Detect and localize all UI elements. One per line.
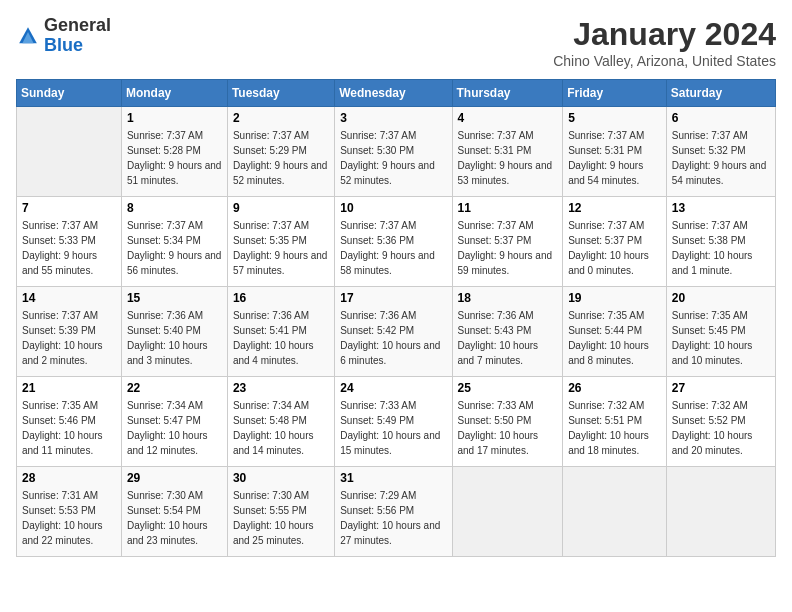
col-header-monday: Monday: [121, 80, 227, 107]
day-number: 9: [233, 201, 329, 215]
calendar-cell: 24Sunrise: 7:33 AMSunset: 5:49 PMDayligh…: [335, 377, 452, 467]
day-info: Sunrise: 7:36 AMSunset: 5:41 PMDaylight:…: [233, 308, 329, 368]
day-info: Sunrise: 7:36 AMSunset: 5:43 PMDaylight:…: [458, 308, 558, 368]
logo-icon: [16, 24, 40, 48]
day-info: Sunrise: 7:37 AMSunset: 5:37 PMDaylight:…: [568, 218, 661, 278]
day-info: Sunrise: 7:37 AMSunset: 5:38 PMDaylight:…: [672, 218, 770, 278]
calendar-cell: 30Sunrise: 7:30 AMSunset: 5:55 PMDayligh…: [227, 467, 334, 557]
calendar-cell: 12Sunrise: 7:37 AMSunset: 5:37 PMDayligh…: [563, 197, 667, 287]
calendar-cell: 3Sunrise: 7:37 AMSunset: 5:30 PMDaylight…: [335, 107, 452, 197]
day-info: Sunrise: 7:37 AMSunset: 5:37 PMDaylight:…: [458, 218, 558, 278]
day-info: Sunrise: 7:33 AMSunset: 5:50 PMDaylight:…: [458, 398, 558, 458]
day-number: 28: [22, 471, 116, 485]
day-number: 24: [340, 381, 446, 395]
calendar-cell: 26Sunrise: 7:32 AMSunset: 5:51 PMDayligh…: [563, 377, 667, 467]
calendar-cell: 4Sunrise: 7:37 AMSunset: 5:31 PMDaylight…: [452, 107, 563, 197]
calendar-cell: 11Sunrise: 7:37 AMSunset: 5:37 PMDayligh…: [452, 197, 563, 287]
day-info: Sunrise: 7:32 AMSunset: 5:51 PMDaylight:…: [568, 398, 661, 458]
day-info: Sunrise: 7:30 AMSunset: 5:54 PMDaylight:…: [127, 488, 222, 548]
calendar-cell: 6Sunrise: 7:37 AMSunset: 5:32 PMDaylight…: [666, 107, 775, 197]
day-number: 16: [233, 291, 329, 305]
day-number: 20: [672, 291, 770, 305]
page-header: General Blue January 2024 Chino Valley, …: [16, 16, 776, 69]
col-header-tuesday: Tuesday: [227, 80, 334, 107]
calendar-cell: [17, 107, 122, 197]
day-info: Sunrise: 7:37 AMSunset: 5:28 PMDaylight:…: [127, 128, 222, 188]
day-number: 7: [22, 201, 116, 215]
day-info: Sunrise: 7:33 AMSunset: 5:49 PMDaylight:…: [340, 398, 446, 458]
calendar-cell: 25Sunrise: 7:33 AMSunset: 5:50 PMDayligh…: [452, 377, 563, 467]
day-info: Sunrise: 7:37 AMSunset: 5:31 PMDaylight:…: [568, 128, 661, 188]
calendar-title: January 2024: [553, 16, 776, 53]
day-number: 31: [340, 471, 446, 485]
calendar-cell: 20Sunrise: 7:35 AMSunset: 5:45 PMDayligh…: [666, 287, 775, 377]
day-number: 10: [340, 201, 446, 215]
col-header-thursday: Thursday: [452, 80, 563, 107]
day-info: Sunrise: 7:34 AMSunset: 5:48 PMDaylight:…: [233, 398, 329, 458]
calendar-cell: 13Sunrise: 7:37 AMSunset: 5:38 PMDayligh…: [666, 197, 775, 287]
day-number: 19: [568, 291, 661, 305]
day-info: Sunrise: 7:37 AMSunset: 5:32 PMDaylight:…: [672, 128, 770, 188]
day-number: 25: [458, 381, 558, 395]
day-number: 3: [340, 111, 446, 125]
day-number: 23: [233, 381, 329, 395]
calendar-cell: 27Sunrise: 7:32 AMSunset: 5:52 PMDayligh…: [666, 377, 775, 467]
calendar-cell: 31Sunrise: 7:29 AMSunset: 5:56 PMDayligh…: [335, 467, 452, 557]
calendar-cell: 23Sunrise: 7:34 AMSunset: 5:48 PMDayligh…: [227, 377, 334, 467]
calendar-cell: 21Sunrise: 7:35 AMSunset: 5:46 PMDayligh…: [17, 377, 122, 467]
calendar-cell: 7Sunrise: 7:37 AMSunset: 5:33 PMDaylight…: [17, 197, 122, 287]
calendar-cell: 16Sunrise: 7:36 AMSunset: 5:41 PMDayligh…: [227, 287, 334, 377]
day-info: Sunrise: 7:36 AMSunset: 5:40 PMDaylight:…: [127, 308, 222, 368]
day-number: 4: [458, 111, 558, 125]
calendar-cell: 1Sunrise: 7:37 AMSunset: 5:28 PMDaylight…: [121, 107, 227, 197]
logo-general-text: General: [44, 15, 111, 35]
col-header-sunday: Sunday: [17, 80, 122, 107]
day-number: 26: [568, 381, 661, 395]
day-info: Sunrise: 7:35 AMSunset: 5:44 PMDaylight:…: [568, 308, 661, 368]
day-info: Sunrise: 7:37 AMSunset: 5:30 PMDaylight:…: [340, 128, 446, 188]
calendar-table: SundayMondayTuesdayWednesdayThursdayFrid…: [16, 79, 776, 557]
logo-blue-text: Blue: [44, 35, 83, 55]
calendar-cell: 14Sunrise: 7:37 AMSunset: 5:39 PMDayligh…: [17, 287, 122, 377]
day-number: 21: [22, 381, 116, 395]
calendar-cell: 8Sunrise: 7:37 AMSunset: 5:34 PMDaylight…: [121, 197, 227, 287]
day-number: 8: [127, 201, 222, 215]
day-number: 18: [458, 291, 558, 305]
day-number: 13: [672, 201, 770, 215]
calendar-cell: 29Sunrise: 7:30 AMSunset: 5:54 PMDayligh…: [121, 467, 227, 557]
calendar-cell: 2Sunrise: 7:37 AMSunset: 5:29 PMDaylight…: [227, 107, 334, 197]
calendar-cell: 9Sunrise: 7:37 AMSunset: 5:35 PMDaylight…: [227, 197, 334, 287]
day-info: Sunrise: 7:35 AMSunset: 5:45 PMDaylight:…: [672, 308, 770, 368]
day-number: 6: [672, 111, 770, 125]
calendar-cell: [563, 467, 667, 557]
day-number: 5: [568, 111, 661, 125]
day-number: 27: [672, 381, 770, 395]
title-block: January 2024 Chino Valley, Arizona, Unit…: [553, 16, 776, 69]
day-number: 22: [127, 381, 222, 395]
day-info: Sunrise: 7:37 AMSunset: 5:39 PMDaylight:…: [22, 308, 116, 368]
day-info: Sunrise: 7:37 AMSunset: 5:31 PMDaylight:…: [458, 128, 558, 188]
day-number: 17: [340, 291, 446, 305]
day-number: 2: [233, 111, 329, 125]
calendar-cell: 15Sunrise: 7:36 AMSunset: 5:40 PMDayligh…: [121, 287, 227, 377]
col-header-saturday: Saturday: [666, 80, 775, 107]
day-info: Sunrise: 7:37 AMSunset: 5:33 PMDaylight:…: [22, 218, 116, 278]
day-number: 30: [233, 471, 329, 485]
day-info: Sunrise: 7:37 AMSunset: 5:34 PMDaylight:…: [127, 218, 222, 278]
calendar-cell: 5Sunrise: 7:37 AMSunset: 5:31 PMDaylight…: [563, 107, 667, 197]
day-info: Sunrise: 7:37 AMSunset: 5:35 PMDaylight:…: [233, 218, 329, 278]
day-info: Sunrise: 7:30 AMSunset: 5:55 PMDaylight:…: [233, 488, 329, 548]
day-number: 11: [458, 201, 558, 215]
col-header-friday: Friday: [563, 80, 667, 107]
calendar-cell: 18Sunrise: 7:36 AMSunset: 5:43 PMDayligh…: [452, 287, 563, 377]
col-header-wednesday: Wednesday: [335, 80, 452, 107]
day-info: Sunrise: 7:36 AMSunset: 5:42 PMDaylight:…: [340, 308, 446, 368]
day-info: Sunrise: 7:34 AMSunset: 5:47 PMDaylight:…: [127, 398, 222, 458]
day-number: 15: [127, 291, 222, 305]
calendar-cell: [452, 467, 563, 557]
day-info: Sunrise: 7:35 AMSunset: 5:46 PMDaylight:…: [22, 398, 116, 458]
day-info: Sunrise: 7:37 AMSunset: 5:29 PMDaylight:…: [233, 128, 329, 188]
calendar-cell: 22Sunrise: 7:34 AMSunset: 5:47 PMDayligh…: [121, 377, 227, 467]
calendar-cell: 10Sunrise: 7:37 AMSunset: 5:36 PMDayligh…: [335, 197, 452, 287]
calendar-cell: 28Sunrise: 7:31 AMSunset: 5:53 PMDayligh…: [17, 467, 122, 557]
